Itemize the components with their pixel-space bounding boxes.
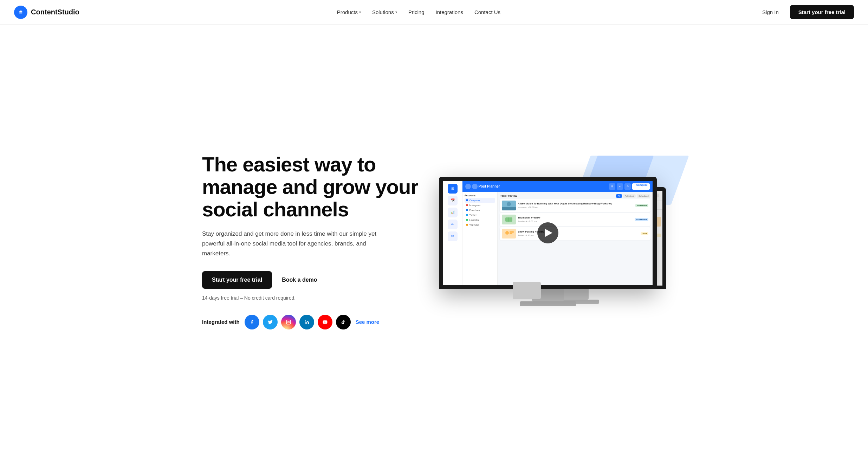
- sidebar-icon-analytics[interactable]: 📊: [448, 208, 458, 217]
- nav-label-integrations: Integrations: [436, 9, 463, 15]
- logo-icon: [14, 6, 27, 19]
- start-trial-button-nav[interactable]: Start your free trial: [790, 5, 854, 19]
- panel-dot-li: [466, 219, 468, 221]
- monitor-front: ⊞ 📅 📊 ✏ ✉: [439, 177, 657, 306]
- post-status-3: Draft: [641, 232, 648, 235]
- post-image-2: [502, 215, 516, 224]
- app-content-area: Accounts Company Instagram: [462, 192, 653, 285]
- app-icon-settings[interactable]: ⚙: [624, 183, 631, 190]
- post-title-3: Show Posting Preview: [518, 230, 639, 233]
- app-posts-title: Post Preview: [500, 194, 517, 197]
- app-topbar: Post Planner ⊞ ≡ ⚙ + Compose: [462, 181, 653, 192]
- nav-item-products[interactable]: Products ▾: [337, 9, 361, 15]
- post-meta-3: Twitter • 4:30 pm: [518, 234, 639, 236]
- nav-label-contact: Contact Us: [474, 9, 500, 15]
- nav-item-pricing[interactable]: Pricing: [408, 9, 425, 15]
- nav-item-integrations[interactable]: Integrations: [436, 9, 463, 15]
- app-panel-item-twitter[interactable]: Twitter: [465, 213, 495, 217]
- svg-point-6: [507, 202, 511, 206]
- panel-dot-yt: [466, 224, 468, 226]
- panel-dot-red: [466, 204, 468, 206]
- svg-rect-13: [510, 231, 514, 233]
- navbar-actions: Sign In Start your free trial: [758, 5, 854, 19]
- app-sidebar: ⊞ 📅 📊 ✏ ✉: [443, 181, 462, 285]
- post-image-3: [502, 229, 516, 238]
- integrated-with-section: Integrated with: [202, 315, 425, 329]
- app-filter-tabs: All Published Scheduled: [616, 194, 650, 198]
- start-trial-button-hero[interactable]: Start your free trial: [202, 271, 272, 289]
- monitor-container: January 26 - May 4, 2022 Timezone: Ameri…: [439, 177, 666, 306]
- post-text-2: Thumbnail Preview Facebook • 2:00 pm: [518, 216, 633, 222]
- app-panel-title: Accounts: [465, 194, 495, 197]
- svg-point-3: [305, 320, 305, 321]
- hero-visual: January 26 - May 4, 2022 Timezone: Ameri…: [439, 177, 666, 306]
- panel-dot-tw: [466, 214, 468, 216]
- nav-item-solutions[interactable]: Solutions ▾: [372, 9, 397, 15]
- sign-in-button[interactable]: Sign In: [758, 6, 783, 18]
- app-compose-btn[interactable]: + Compose: [632, 183, 650, 190]
- svg-rect-7: [502, 207, 516, 210]
- brand-logo[interactable]: ContentStudio: [14, 6, 79, 19]
- post-card-2[interactable]: Thumbnail Preview Facebook • 2:00 pm Sch…: [500, 213, 650, 226]
- app-posts-header: Post Preview All Published Scheduled: [500, 194, 650, 198]
- hero-section: The easiest way to manage and grow your …: [188, 25, 680, 451]
- app-topbar-title: Post Planner: [479, 184, 500, 188]
- post-meta-1: Instagram • 10:00 am: [518, 206, 633, 208]
- nav-item-contact[interactable]: Contact Us: [474, 9, 500, 15]
- post-card-1[interactable]: A New Guide To Running With Your Dog is …: [500, 199, 650, 212]
- post-status-2: Scheduled: [635, 218, 648, 221]
- filter-tab-published[interactable]: Published: [623, 194, 636, 198]
- hero-content: The easiest way to manage and grow your …: [202, 153, 425, 329]
- video-play-button[interactable]: [537, 222, 558, 243]
- sidebar-icon-compose[interactable]: ✏: [448, 220, 458, 229]
- post-title-1: A New Guide To Running With Your Dog is …: [518, 202, 633, 205]
- book-demo-button[interactable]: Book a demo: [279, 271, 320, 289]
- tiktok-icon[interactable]: [336, 315, 351, 329]
- integrated-label: Integrated with: [202, 319, 240, 325]
- youtube-icon[interactable]: [318, 315, 332, 329]
- post-meta-2: Facebook • 2:00 pm: [518, 220, 633, 222]
- app-posts-area: Post Preview All Published Scheduled: [498, 192, 653, 285]
- filter-tab-scheduled[interactable]: Scheduled: [637, 194, 650, 198]
- svg-rect-14: [510, 233, 512, 234]
- svg-point-12: [505, 231, 509, 235]
- mac-mini: [513, 282, 541, 299]
- hero-subtext: Stay organized and get more done in less…: [202, 229, 385, 259]
- chevron-down-icon: ▾: [359, 10, 361, 14]
- app-panel-item-instagram[interactable]: Instagram: [465, 203, 495, 208]
- app-panel-item-company[interactable]: Company: [465, 198, 495, 203]
- panel-dot-fb: [466, 209, 468, 211]
- app-panel-item-facebook[interactable]: Facebook: [465, 208, 495, 213]
- post-text-1: A New Guide To Running With Your Dog is …: [518, 202, 633, 208]
- nav-label-products: Products: [337, 9, 358, 15]
- filter-tab-all[interactable]: All: [616, 194, 622, 198]
- monitor-front-screen: ⊞ 📅 📊 ✏ ✉: [439, 177, 657, 289]
- app-icon-list[interactable]: ≡: [617, 183, 623, 190]
- post-text-3: Show Posting Preview Twitter • 4:30 pm: [518, 230, 639, 236]
- post-status-1: Published: [635, 204, 648, 207]
- app-icon-grid[interactable]: ⊞: [609, 183, 615, 190]
- instagram-icon[interactable]: [281, 315, 296, 329]
- facebook-icon[interactable]: [245, 315, 259, 329]
- sidebar-icon-inbox[interactable]: ✉: [448, 231, 458, 241]
- linkedin-icon[interactable]: [299, 315, 314, 329]
- app-panel-item-linkedin[interactable]: LinkedIn: [465, 218, 495, 222]
- hero-disclaimer: 14-days free trial – No credit card requ…: [202, 295, 425, 301]
- sidebar-icon-dashboard[interactable]: ⊞: [448, 184, 458, 194]
- main-nav: Products ▾ Solutions ▾ Pricing Integrati…: [337, 9, 500, 15]
- brand-name: ContentStudio: [31, 8, 79, 16]
- post-card-3[interactable]: Show Posting Preview Twitter • 4:30 pm D…: [500, 227, 650, 240]
- monitor-front-base: [520, 301, 576, 306]
- twitter-icon[interactable]: [263, 315, 278, 329]
- play-icon: [545, 229, 552, 237]
- post-image-1: [502, 201, 516, 210]
- sidebar-icon-calendar[interactable]: 📅: [448, 196, 458, 205]
- navbar: ContentStudio Products ▾ Solutions ▾ Pri…: [0, 0, 868, 25]
- hero-cta-group: Start your free trial Book a demo: [202, 271, 425, 289]
- nav-label-pricing: Pricing: [408, 9, 425, 15]
- panel-dot-blue: [466, 199, 468, 201]
- app-panel-item-youtube[interactable]: YouTube: [465, 223, 495, 227]
- chevron-down-icon: ▾: [395, 10, 397, 14]
- see-more-link[interactable]: See more: [356, 319, 380, 325]
- social-icons-row: [245, 315, 351, 329]
